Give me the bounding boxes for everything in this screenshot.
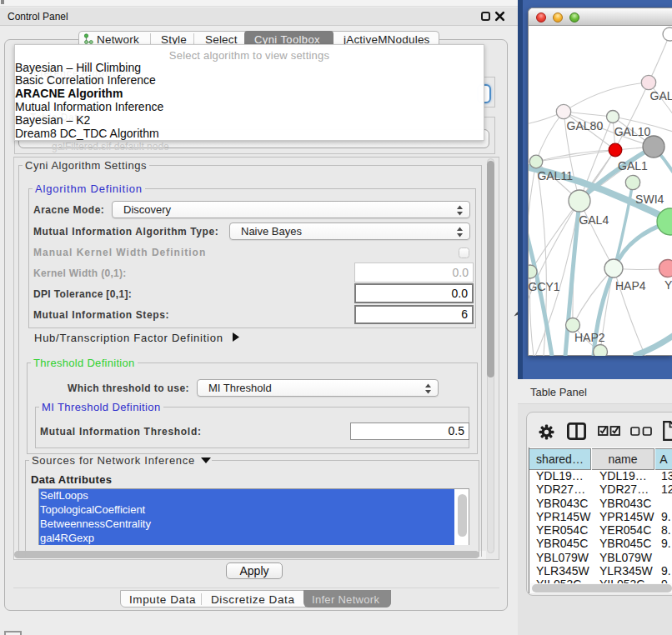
svg-text:GAL1: GAL1: [618, 159, 648, 172]
svg-text:SWI4: SWI4: [635, 192, 664, 206]
svg-text:HAP2: HAP2: [574, 331, 605, 344]
svg-text:YJR: YJR: [664, 278, 672, 292]
svg-text:GCY1: GCY1: [529, 280, 560, 293]
svg-text:GAL11: GAL11: [537, 169, 573, 182]
svg-text:GAL80: GAL80: [567, 119, 604, 132]
svg-text:GAL10: GAL10: [614, 125, 651, 138]
svg-text:HAP4: HAP4: [615, 279, 646, 292]
svg-text:GAL2: GAL2: [650, 89, 672, 102]
svg-text:GAL4: GAL4: [579, 213, 609, 227]
